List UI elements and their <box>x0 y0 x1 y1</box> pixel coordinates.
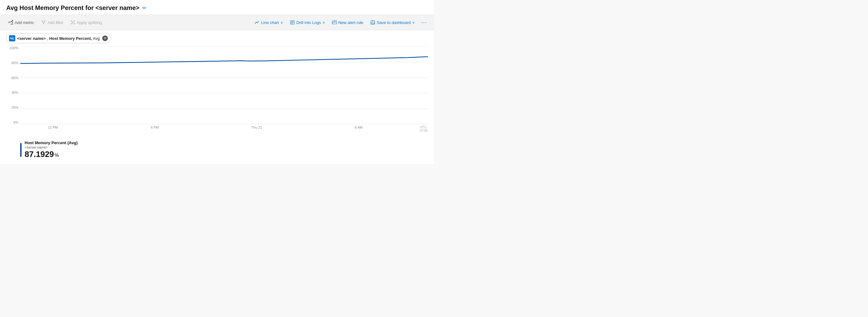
y-label-80: 80% <box>11 61 19 65</box>
legend-value: 87.1929% <box>25 149 78 159</box>
x-label-6am: 6 AM <box>355 126 363 129</box>
filter-row: My <server name> , Host Memory Percent, … <box>0 30 434 46</box>
x-label-12pm: 12 PM <box>48 126 58 129</box>
line-chart-chevron: ∨ <box>280 21 283 25</box>
toolbar-left: Add metric Add filter Apply splitting <box>5 19 251 27</box>
drill-logs-chevron: ∨ <box>322 21 325 25</box>
pill-logo: My <box>9 35 15 41</box>
y-label-100: 100% <box>10 46 19 50</box>
apply-splitting-button[interactable]: Apply splitting <box>68 19 105 27</box>
y-label-0: 0% <box>13 121 19 124</box>
y-axis: 100% 80% 60% 40% 20% 0% <box>6 46 20 124</box>
save-dashboard-chevron: ∨ <box>412 21 415 25</box>
chart-area: 100% 80% 60% 40% 20% 0% <box>0 46 434 137</box>
x-label-utc: UTC-07:00 <box>420 126 428 132</box>
legend-bar <box>20 143 22 157</box>
line-chart-button[interactable]: Line chart ∨ <box>251 19 286 27</box>
legend-area: Host Memory Percent (Avg) <server name> … <box>0 137 434 164</box>
svg-point-7 <box>73 22 73 23</box>
svg-point-4 <box>74 21 75 22</box>
page-title: Avg Host Memory Percent for <server name… <box>6 4 139 11</box>
more-options-button[interactable]: ⋯ <box>418 17 429 27</box>
filter-pill: My <server name> , Host Memory Percent, … <box>6 33 111 43</box>
new-alert-rule-button[interactable]: New alert rule <box>329 19 367 27</box>
line-chart-icon <box>255 20 259 25</box>
splitting-icon <box>71 20 75 25</box>
svg-point-6 <box>74 23 75 24</box>
x-label-thu21: Thu 21 <box>251 126 262 129</box>
x-label-6pm: 6 PM <box>151 126 159 129</box>
chart-inner <box>20 46 428 124</box>
svg-point-3 <box>71 21 72 22</box>
filter-icon <box>41 20 46 25</box>
y-label-20: 20% <box>11 106 19 109</box>
legend-row: Host Memory Percent (Avg) <server name> … <box>20 140 428 159</box>
pill-server: <server name> , Host Memory Percent, Avg <box>17 36 100 41</box>
legend-info: Host Memory Percent (Avg) <server name> … <box>25 140 78 159</box>
add-filter-button[interactable]: Add filter <box>38 19 66 27</box>
x-axis: 12 PM 6 PM Thu 21 6 AM UTC-07:00 <box>20 124 428 134</box>
chart-container: 100% 80% 60% 40% 20% 0% <box>6 46 428 134</box>
save-icon <box>370 20 375 25</box>
metric-icon <box>8 20 13 25</box>
chart-svg <box>20 46 428 124</box>
add-metric-button[interactable]: Add metric <box>5 19 37 27</box>
alert-icon <box>332 20 337 25</box>
svg-rect-16 <box>371 23 374 24</box>
save-to-dashboard-button[interactable]: Save to dashboard ∨ <box>367 19 418 27</box>
y-label-60: 60% <box>11 76 19 80</box>
legend-unit: % <box>55 152 59 158</box>
toolbar-row: Add metric Add filter Apply splitting <box>0 14 434 30</box>
legend-server: <server name> <box>25 145 78 149</box>
legend-name: Host Memory Percent (Avg) <box>25 140 78 145</box>
chart-line <box>20 57 428 64</box>
svg-point-2 <box>12 20 13 21</box>
logs-icon <box>290 20 295 25</box>
y-label-40: 40% <box>11 91 19 94</box>
pill-close-button[interactable]: ✕ <box>102 35 108 41</box>
legend-number: 87.1929 <box>25 149 54 159</box>
svg-rect-15 <box>372 21 374 22</box>
edit-icon[interactable]: ✏ <box>143 5 147 11</box>
page-wrapper: Avg Host Memory Percent for <server name… <box>0 0 434 164</box>
toolbar-right: Line chart ∨ Drill into Logs ∨ <box>251 17 429 27</box>
svg-point-5 <box>71 23 72 24</box>
title-row: Avg Host Memory Percent for <server name… <box>0 0 434 14</box>
drill-into-logs-button[interactable]: Drill into Logs ∨ <box>287 19 328 27</box>
